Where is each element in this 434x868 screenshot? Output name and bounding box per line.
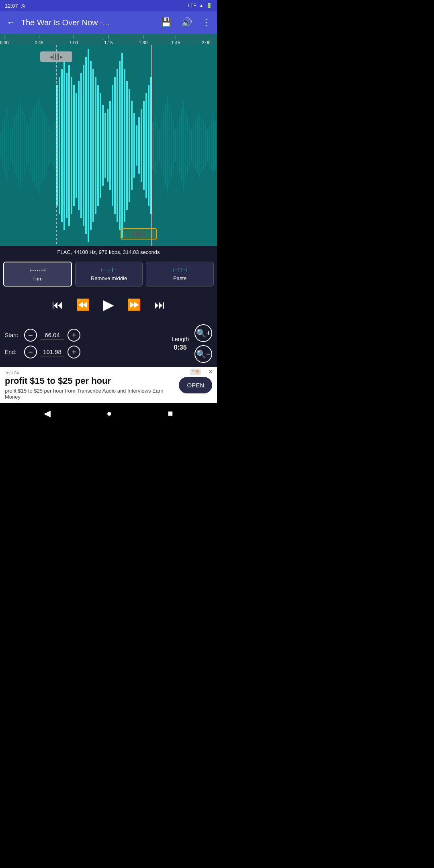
svg-rect-42: [88, 49, 89, 242]
back-button[interactable]: ←: [5, 16, 17, 29]
end-value: 101.98: [40, 348, 64, 356]
right-arrow: ▶: [60, 55, 63, 59]
timeline-ruler: 0:30 0:45 1:00 1:15 1:30 1:45 2:00: [0, 34, 217, 45]
svg-rect-48: [102, 105, 104, 186]
start-value: 66.04: [40, 331, 64, 340]
svg-rect-12: [22, 109, 23, 182]
svg-rect-24: [46, 117, 47, 174]
right-trim-handle[interactable]: ◀ ▶: [121, 228, 157, 240]
svg-rect-51: [109, 101, 111, 190]
ad-tag: 广告: [190, 368, 201, 375]
svg-rect-60: [131, 101, 133, 190]
end-minus-button[interactable]: −: [24, 346, 37, 358]
svg-rect-1: [0, 133, 1, 158]
nav-recents-button[interactable]: ■: [168, 408, 173, 419]
svg-rect-87: [189, 125, 190, 166]
svg-rect-73: [161, 121, 162, 170]
svg-rect-41: [85, 57, 87, 234]
rewind-button[interactable]: ⏪: [74, 297, 92, 313]
app-bar: ← The War Is Over Now -... 💾 🔊 ⋮: [0, 11, 217, 34]
svg-rect-14: [26, 121, 27, 170]
volume-button[interactable]: 🔊: [180, 16, 194, 29]
svg-rect-32: [63, 61, 65, 230]
start-row: Start: − 66.04 +: [5, 329, 168, 342]
play-button[interactable]: ▶: [101, 295, 116, 315]
paste-label: Paste: [173, 275, 186, 281]
svg-rect-34: [68, 65, 70, 226]
zoom-buttons: 🔍+ 🔍−: [194, 324, 212, 363]
forward-button[interactable]: ⏩: [125, 297, 143, 313]
ruler-mark-145: 1:45: [172, 34, 180, 45]
svg-rect-47: [100, 93, 101, 198]
svg-rect-31: [61, 69, 63, 222]
length-label: Length: [172, 336, 189, 342]
svg-rect-92: [199, 113, 200, 178]
ad-close-button[interactable]: ✕: [208, 368, 213, 375]
svg-rect-45: [95, 77, 96, 214]
svg-rect-52: [112, 85, 113, 206]
skip-start-button[interactable]: ⏮: [50, 297, 65, 313]
svg-rect-16: [30, 117, 31, 174]
ad-text: Test Ad profit $15 to $25 per hour profi…: [5, 370, 175, 400]
edit-modes: ⊢···⊣ Trim ⊢···⊢ Remove middle ⊢□⊣ Paste: [0, 258, 217, 290]
svg-rect-11: [20, 101, 21, 190]
waveform-svg: [0, 45, 217, 246]
svg-rect-17: [32, 109, 33, 182]
zoom-out-button[interactable]: 🔍−: [194, 345, 212, 363]
svg-rect-56: [121, 53, 123, 238]
length-box: Length 0:35: [172, 336, 189, 351]
svg-rect-7: [12, 125, 13, 166]
nav-home-button[interactable]: ●: [106, 408, 112, 419]
svg-rect-90: [195, 121, 196, 170]
zoom-in-button[interactable]: 🔍+: [194, 324, 212, 342]
svg-rect-65: [143, 101, 145, 190]
bottom-nav: ◀ ● ■: [0, 403, 217, 424]
svg-rect-19: [36, 101, 37, 190]
svg-rect-69: [153, 121, 154, 170]
svg-rect-33: [66, 73, 68, 218]
end-plus-button[interactable]: +: [68, 346, 80, 358]
svg-rect-75: [165, 105, 166, 186]
svg-rect-79: [173, 121, 174, 170]
more-button[interactable]: ⋮: [200, 16, 212, 29]
trim-button[interactable]: ⊢···⊣ Trim: [3, 262, 72, 287]
length-value: 0:35: [174, 344, 187, 351]
start-plus-button[interactable]: +: [68, 329, 80, 342]
nav-back-button[interactable]: ◀: [44, 408, 51, 419]
ad-banner: 广告 ✕ Test Ad profit $15 to $25 per hour …: [0, 367, 217, 403]
svg-rect-57: [124, 69, 125, 222]
se-controls: Start: − 66.04 + End: − 101.98 + Length …: [0, 320, 217, 367]
skip-end-button[interactable]: ⏭: [152, 297, 167, 313]
svg-rect-66: [145, 93, 147, 198]
svg-rect-43: [90, 61, 92, 230]
svg-rect-55: [119, 61, 121, 230]
status-left: 12:07 ◎: [5, 3, 25, 9]
svg-rect-50: [107, 109, 108, 182]
svg-rect-26: [50, 129, 51, 162]
ruler-marks: 0:30 0:45 1:00 1:15 1:30 1:45 2:00: [0, 34, 217, 45]
trim-label: Trim: [33, 276, 43, 282]
paste-button[interactable]: ⊢□⊣ Paste: [146, 262, 214, 287]
ruler-mark-045: 0:45: [35, 34, 43, 45]
svg-rect-8: [14, 117, 15, 174]
waveform-container[interactable]: ◀ ▶ ◀ ▶: [0, 45, 217, 246]
ad-open-button[interactable]: OPEN: [179, 377, 212, 393]
svg-rect-85: [185, 109, 186, 182]
svg-rect-54: [117, 69, 118, 222]
status-right: LTE ▲ 🔋: [188, 3, 212, 8]
ad-subtext: profit $15 to $25 per hour from Transcri…: [5, 388, 175, 400]
svg-rect-76: [167, 97, 168, 194]
start-minus-button[interactable]: −: [24, 329, 37, 342]
paste-icon: ⊢□⊣: [172, 266, 188, 274]
svg-rect-100: [215, 121, 216, 170]
svg-rect-61: [133, 113, 135, 178]
file-info-text: FLAC, 44100 Hz, 976 kbps, 314.03 seconds: [57, 249, 160, 255]
save-button[interactable]: 💾: [159, 16, 173, 29]
svg-rect-40: [83, 65, 84, 226]
left-trim-handle[interactable]: ◀ ▶: [40, 51, 72, 62]
app-bar-icons: 💾 🔊 ⋮: [159, 16, 212, 29]
svg-rect-94: [203, 121, 204, 170]
remove-middle-button[interactable]: ⊢···⊢ Remove middle: [75, 262, 143, 287]
svg-rect-4: [6, 109, 7, 182]
svg-rect-49: [104, 113, 106, 178]
